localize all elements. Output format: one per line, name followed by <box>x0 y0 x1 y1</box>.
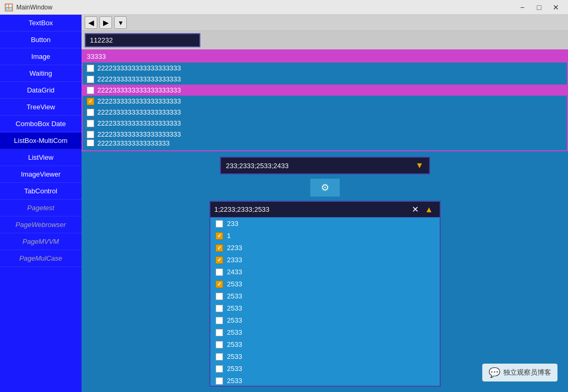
content-area: ◀ ▶ ▾ 33333 2222333333333333333333 <box>82 15 568 392</box>
list-item[interactable]: 2222333333333333333333 <box>83 85 567 96</box>
list-checkbox[interactable] <box>87 65 94 72</box>
list-checkbox[interactable] <box>87 98 94 105</box>
combo-arrow-icon: ▼ <box>415 161 424 170</box>
ms-checkbox[interactable] <box>216 305 223 312</box>
ms-checkbox[interactable] <box>216 353 223 360</box>
multiselect-controls: ✕ ▲ <box>410 204 435 214</box>
title-bar-left: 🪟 MainWindow <box>4 3 53 12</box>
ms-item[interactable]: 2533 <box>210 326 440 338</box>
maximize-button[interactable]: □ <box>531 2 547 13</box>
ms-item[interactable]: 2533 <box>210 314 440 326</box>
sidebar-item-listview[interactable]: ListView <box>0 149 82 166</box>
multiselect-box: 1;2233;2333;2533 ✕ ▲ 233 1 <box>209 201 441 387</box>
window-title: MainWindow <box>16 4 53 11</box>
toolbar: ◀ ▶ ▾ <box>82 15 568 31</box>
list-item[interactable]: 2222333333333333333333 <box>83 96 567 107</box>
watermark-text: 独立观察员博客 <box>503 368 551 377</box>
sidebar: TextBox Button Image Waiting DataGrid Tr… <box>0 15 82 392</box>
minimize-button[interactable]: − <box>514 2 530 13</box>
ms-checkbox[interactable] <box>216 317 223 324</box>
sidebar-item-image[interactable]: Image <box>0 48 82 65</box>
list-checkbox[interactable] <box>87 76 94 83</box>
ms-checkbox[interactable] <box>216 365 223 373</box>
ms-checkbox[interactable] <box>216 377 223 385</box>
ms-checkbox[interactable] <box>216 329 223 336</box>
gear-button[interactable]: ⚙ <box>310 179 340 197</box>
multiselect-header: 1;2233;2333;2533 ✕ ▲ <box>210 202 440 218</box>
sidebar-item-tabcontrol[interactable]: TabControl <box>0 183 82 200</box>
ms-item[interactable]: 2533 <box>210 290 440 302</box>
combo-select[interactable]: 233;2333;2533;2433 ▼ <box>220 157 430 174</box>
list-checkbox[interactable] <box>87 131 94 138</box>
ms-checkbox[interactable] <box>216 256 223 264</box>
list-checkbox[interactable] <box>87 140 94 146</box>
list-item[interactable]: 2222333333333333333333 <box>83 63 567 74</box>
listbox-header: 33333 <box>83 50 567 63</box>
ms-checkbox[interactable] <box>216 293 223 300</box>
ms-item[interactable]: 2533 <box>210 302 440 314</box>
app-icon: 🪟 <box>4 3 13 12</box>
forward-button[interactable]: ▶ <box>99 16 112 29</box>
input-row <box>82 31 568 49</box>
list-item[interactable]: 2222333333333333333333 <box>83 118 567 129</box>
ms-checkbox[interactable] <box>216 232 223 240</box>
ms-checkbox[interactable] <box>216 269 223 276</box>
ms-item[interactable]: 2533 <box>210 338 440 350</box>
list-checkbox[interactable] <box>87 109 94 116</box>
wechat-icon: 💬 <box>489 367 500 378</box>
sidebar-item-listbox-multicom[interactable]: ListBox-MultiCom <box>0 132 82 149</box>
ms-item[interactable]: 2333 <box>210 254 440 266</box>
ms-item[interactable]: 2433 <box>210 266 440 278</box>
list-item[interactable]: 2222333333333333333333 <box>83 107 567 118</box>
main-layout: TextBox Button Image Waiting DataGrid Tr… <box>0 15 568 392</box>
title-bar-controls: − □ ✕ <box>514 2 564 13</box>
listbox-scroll[interactable]: 2222333333333333333333 22223333333333333… <box>83 63 567 151</box>
ms-item[interactable]: 2533 <box>210 350 440 363</box>
ms-item[interactable]: 2533 <box>210 363 440 375</box>
ms-item[interactable]: 233 <box>210 218 440 230</box>
close-button[interactable]: ✕ <box>548 2 564 13</box>
multiselect-collapse-button[interactable]: ▲ <box>423 204 435 214</box>
sidebar-item-treeview[interactable]: TreeView <box>0 99 82 116</box>
list-item[interactable]: 2222333333333333333 <box>83 140 567 146</box>
sidebar-item-textbox[interactable]: TextBox <box>0 15 82 32</box>
back-button[interactable]: ◀ <box>85 16 97 29</box>
sidebar-item-combobox-date[interactable]: ComboBox Date <box>0 116 82 132</box>
multiselect-close-button[interactable]: ✕ <box>410 204 421 214</box>
sidebar-item-imageviewer[interactable]: ImageViewer <box>0 166 82 183</box>
ms-checkbox[interactable] <box>216 244 223 252</box>
multiselect-list[interactable]: 233 1 2233 2333 <box>210 218 440 386</box>
sidebar-item-pagemvvm[interactable]: PageMVVM <box>0 233 82 250</box>
gear-icon: ⚙ <box>321 182 329 193</box>
list-item[interactable]: 2222333333333333333333 <box>83 129 567 140</box>
list-checkbox[interactable] <box>87 87 94 94</box>
ms-item[interactable]: 2533 <box>210 375 440 386</box>
sidebar-item-waiting[interactable]: Waiting <box>0 65 82 82</box>
text-input[interactable] <box>85 33 200 47</box>
ms-checkbox[interactable] <box>216 220 223 228</box>
sidebar-item-pagewebrowser[interactable]: PageWebrowser <box>0 216 82 233</box>
ms-checkbox[interactable] <box>216 341 223 348</box>
ms-checkbox[interactable] <box>216 281 223 288</box>
list-item[interactable]: 2222333333333333333333 <box>83 74 567 85</box>
sidebar-item-pagetest[interactable]: Pagetest <box>0 200 82 216</box>
sidebar-item-button[interactable]: Button <box>0 32 82 48</box>
listbox-wrapper: 33333 2222333333333333333333 22223333333… <box>82 49 568 151</box>
watermark: 💬 独立观察员博客 <box>482 364 557 381</box>
sidebar-item-datagrid[interactable]: DataGrid <box>0 82 82 99</box>
combo-section: 233;2333;2533;2433 ▼ ⚙ 1;2233;2333;2533 … <box>82 151 568 392</box>
list-checkbox[interactable] <box>87 120 94 127</box>
dropdown-button[interactable]: ▾ <box>114 16 127 29</box>
ms-item[interactable]: 2233 <box>210 242 440 254</box>
title-bar: 🪟 MainWindow − □ ✕ <box>0 0 568 15</box>
ms-item[interactable]: 1 <box>210 230 440 242</box>
ms-item[interactable]: 2533 <box>210 278 440 290</box>
sidebar-item-pagemulticase[interactable]: PageMulCase <box>0 250 82 267</box>
